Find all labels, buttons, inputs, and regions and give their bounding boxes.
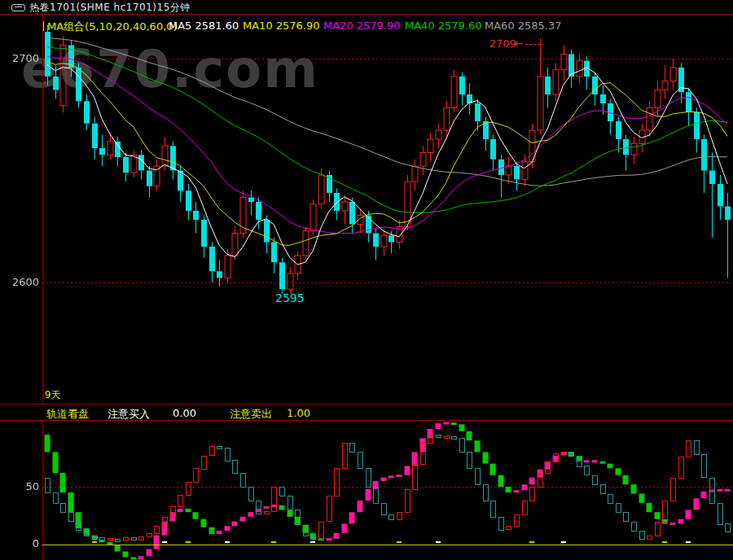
buy-signal-label: 注意买入 [108,407,150,422]
indicator-chart-canvas[interactable] [0,422,733,560]
window-title: 热卷1701(SHME hc1701)15分钟 [29,1,191,15]
sell-signal-label: 注意卖出 [230,407,272,422]
arrow-left-icon: ← [515,37,524,50]
title-bar: 热卷1701(SHME hc1701)15分钟 [0,0,733,14]
indicator-header: 轨道看盘 注意买入 0.00 注意卖出 1.00 [0,404,733,421]
indicator-tick-0: 0 [5,537,39,549]
buy-signal-value: 0.00 [173,407,196,419]
title-separator-line [0,14,733,15]
high-price-annotation: 2709 [489,37,516,50]
low-price-annotation: 2595 [275,291,305,304]
ma-group-tick [43,21,44,31]
price-tick-2600: 2600 [5,276,39,288]
indicator-tick-50: 50 [5,480,39,492]
price-tick-2700: 2700 [5,52,39,64]
high-annotation-dash-line [525,44,541,45]
indicator-title[interactable]: 轨道看盘 [46,407,89,422]
period-label: 9天 [45,388,61,402]
link-icon[interactable] [11,4,25,11]
sell-signal-value: 1.00 [287,407,310,419]
main-chart-canvas[interactable] [0,15,733,404]
